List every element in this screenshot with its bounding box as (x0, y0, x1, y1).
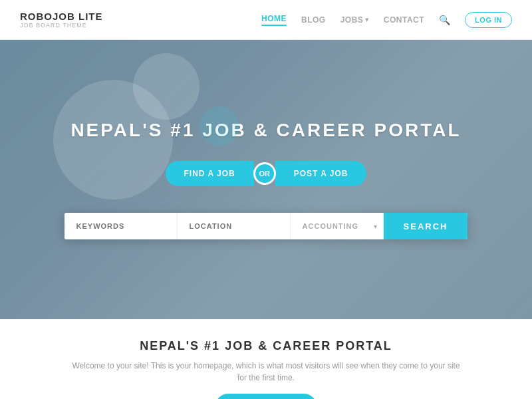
post-job-button[interactable]: POST A JOB (275, 161, 367, 186)
lower-title: NEPAL'S #1 JOB & CAREER PORTAL (140, 339, 392, 353)
nav-blog[interactable]: BLOG (301, 15, 326, 25)
keywords-input[interactable] (65, 213, 178, 239)
logo-title: ROBOJOB LITE (20, 11, 103, 22)
category-select[interactable]: ACCOUNTING (291, 213, 384, 239)
hero-cta-buttons: FIND A JOB OR POST A JOB (166, 161, 367, 186)
or-separator: OR (253, 162, 276, 185)
search-bar: ACCOUNTING ▾ SEARCH (65, 213, 468, 239)
find-job-button[interactable]: FIND A JOB (166, 161, 254, 186)
nav-jobs-label: JOBS (340, 15, 364, 25)
read-more-button[interactable]: READ MORE (215, 394, 316, 399)
nav-contact[interactable]: CONTACT (384, 15, 424, 25)
main-nav: HOME BLOG JOBS ▾ CONTACT 🔍 LOG IN (261, 12, 512, 28)
login-button[interactable]: LOG IN (465, 12, 512, 28)
lower-section: NEPAL'S #1 JOB & CAREER PORTAL Welcome t… (0, 319, 532, 399)
nav-jobs[interactable]: JOBS ▾ (340, 15, 369, 25)
header: ROBOJOB LITE JOB BOARD THEME HOME BLOG J… (0, 0, 532, 40)
logo-subtitle: JOB BOARD THEME (20, 22, 103, 29)
logo: ROBOJOB LITE JOB BOARD THEME (20, 11, 103, 29)
search-button[interactable]: SEARCH (384, 213, 468, 239)
hero-section: NEPAL'S #1 JOB & CAREER PORTAL FIND A JO… (0, 40, 532, 319)
search-icon[interactable]: 🔍 (439, 15, 450, 25)
nav-home[interactable]: HOME (261, 14, 287, 26)
hero-bg-decoration-2 (133, 53, 200, 120)
lower-description: Welcome to your site! This is your homep… (66, 360, 466, 384)
jobs-dropdown-arrow: ▾ (365, 16, 369, 23)
category-select-wrapper: ACCOUNTING ▾ (291, 213, 384, 239)
hero-bg-decoration-3 (200, 106, 239, 146)
location-input[interactable] (178, 213, 291, 239)
